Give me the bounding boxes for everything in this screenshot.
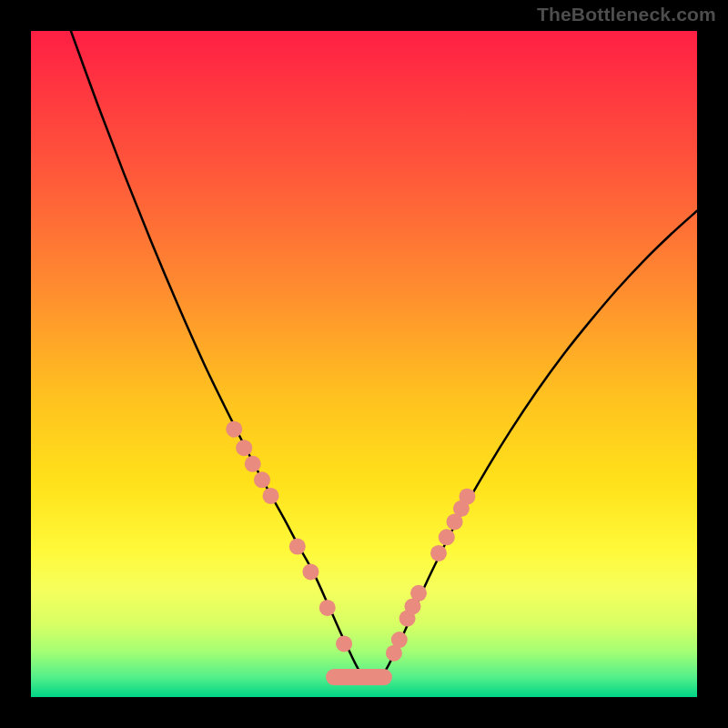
data-dot: [336, 635, 352, 652]
data-dot: [236, 440, 252, 456]
chart-svg: [31, 31, 697, 697]
data-dot: [245, 456, 261, 472]
data-dot: [459, 489, 475, 505]
curve-layer: [71, 31, 697, 681]
chart-frame: TheBottleneck.com: [0, 0, 728, 728]
data-dot: [391, 632, 408, 648]
curve-path: [71, 31, 697, 681]
data-dot: [263, 488, 279, 504]
data-dot: [289, 539, 306, 555]
watermark-text: TheBottleneck.com: [537, 4, 716, 25]
data-dot: [319, 600, 336, 616]
data-dot: [226, 421, 242, 438]
data-dot: [410, 585, 427, 602]
plot-area: [31, 31, 697, 697]
data-dot: [430, 545, 447, 561]
dots-layer: [226, 421, 475, 662]
data-dot: [302, 563, 318, 580]
data-dot: [254, 471, 270, 488]
data-dot: [439, 529, 455, 545]
